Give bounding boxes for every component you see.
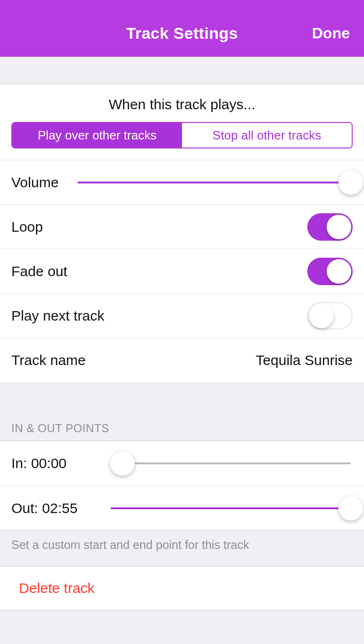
- in-point-slider-thumb[interactable]: [110, 451, 135, 476]
- in-point-label: In: 00:00: [11, 455, 92, 471]
- in-point-slider[interactable]: [111, 462, 351, 464]
- in-out-header: IN & OUT POINTS: [0, 415, 364, 441]
- play-mode-segmented[interactable]: Play over other tracks Stop all other tr…: [11, 122, 353, 148]
- volume-slider-thumb[interactable]: [338, 170, 363, 195]
- out-point-slider[interactable]: [111, 507, 351, 509]
- play-next-toggle[interactable]: [307, 302, 353, 330]
- play-mode-section: When this track plays... Play over other…: [0, 84, 364, 382]
- fade-out-row: Fade out: [0, 249, 364, 293]
- play-next-label: Play next track: [11, 308, 104, 324]
- fade-out-label: Fade out: [11, 263, 67, 279]
- delete-track-button[interactable]: Delete track: [0, 566, 364, 610]
- fade-out-toggle[interactable]: [307, 258, 353, 285]
- in-out-note: Set a custom start and end point for thi…: [0, 531, 364, 566]
- loop-toggle[interactable]: [307, 213, 353, 241]
- play-next-row: Play next track: [0, 293, 364, 338]
- out-point-slider-thumb[interactable]: [338, 496, 363, 521]
- in-out-section: In: 00:00 Out: 02:55: [0, 441, 364, 531]
- out-point-label: Out: 02:55: [11, 500, 92, 516]
- loop-row: Loop: [0, 204, 364, 249]
- volume-label: Volume: [11, 174, 59, 191]
- track-name-value: Tequila Sunrise: [95, 352, 353, 368]
- volume-row: Volume: [0, 160, 364, 204]
- page-title: Track Settings: [126, 24, 238, 43]
- play-mode-heading: When this track plays...: [0, 84, 364, 122]
- track-name-label: Track name: [11, 352, 86, 368]
- navbar: Track Settings Done: [0, 0, 364, 57]
- section-gap: [0, 382, 364, 415]
- loop-label: Loop: [11, 219, 43, 235]
- out-point-row: Out: 02:55: [0, 486, 364, 530]
- track-name-row[interactable]: Track name Tequila Sunrise: [0, 338, 364, 382]
- top-spacer: [0, 57, 364, 84]
- in-point-row: In: 00:00: [0, 441, 364, 486]
- segment-stop-all[interactable]: Stop all other tracks: [182, 123, 352, 148]
- segment-play-over[interactable]: Play over other tracks: [12, 123, 182, 148]
- volume-slider[interactable]: [78, 182, 351, 183]
- done-button[interactable]: Done: [312, 25, 350, 42]
